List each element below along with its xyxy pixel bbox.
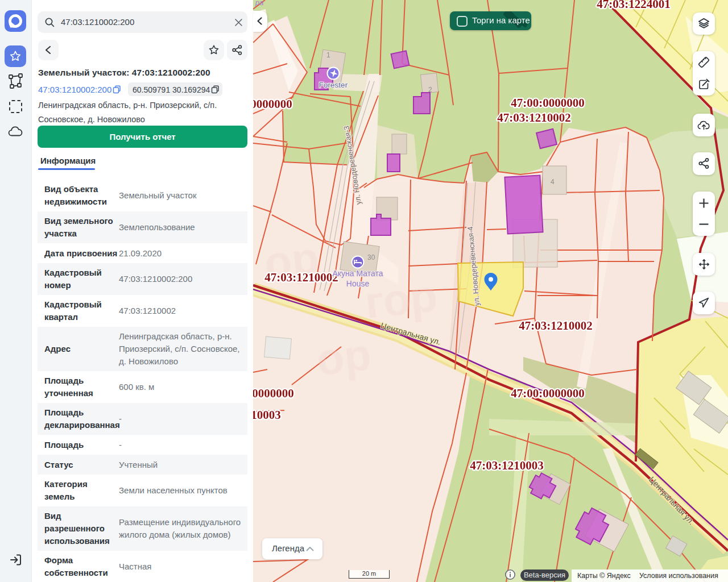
svg-text:ор: ор — [315, 329, 374, 384]
svg-text:47:03:1210002: 47:03:1210002 — [497, 111, 571, 124]
svg-text:47:03:1224001: 47:03:1224001 — [597, 0, 671, 11]
svg-text:30: 30 — [367, 253, 375, 261]
svg-text:Акуна Матата: Акуна Матата — [332, 269, 383, 278]
svg-text:House: House — [346, 279, 370, 288]
svg-text:Forester: Forester — [319, 81, 348, 89]
svg-text:1: 1 — [326, 51, 330, 59]
svg-text:47:00:0000000: 47:00:0000000 — [511, 96, 585, 110]
svg-text:4: 4 — [551, 178, 555, 186]
svg-text:ра: ра — [255, 0, 263, 7]
svg-text:47:03:1210003: 47:03:1210003 — [470, 459, 544, 472]
svg-text:47:00:0000000: 47:00:0000000 — [253, 386, 294, 400]
svg-text:47:03:1210002: 47:03:1210002 — [519, 319, 593, 332]
svg-text:гор: гор — [363, 271, 440, 328]
svg-text:47:00:0000000: 47:00:0000000 — [511, 386, 585, 400]
svg-text:47:03:1210002: 47:03:1210002 — [264, 271, 338, 284]
svg-text:47:03:1210003: 47:03:1210003 — [253, 408, 281, 422]
svg-text:2: 2 — [428, 86, 432, 94]
svg-text:47:00:0000000: 47:00:0000000 — [253, 97, 292, 111]
